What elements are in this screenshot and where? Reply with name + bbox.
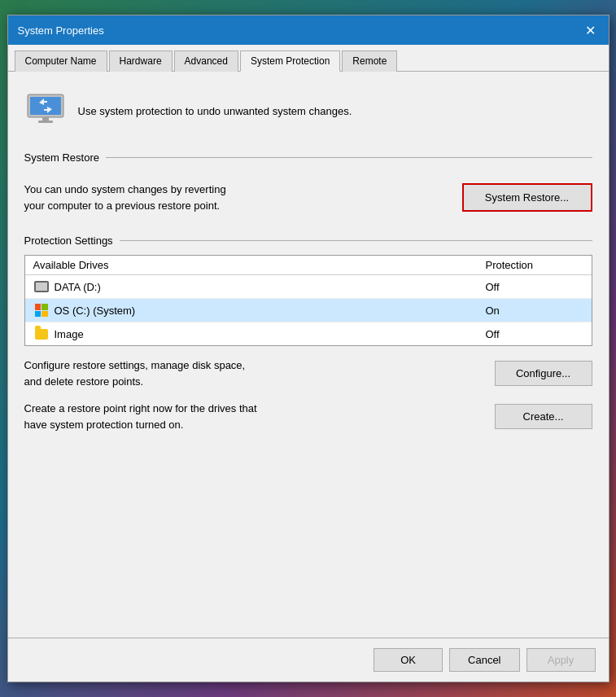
apply-button[interactable]: Apply xyxy=(526,648,596,672)
section-divider xyxy=(106,157,592,158)
tab-computer-name[interactable]: Computer Name xyxy=(15,50,107,72)
computer-icon xyxy=(24,90,67,132)
system-properties-dialog: System Properties ✕ Computer Name Hardwa… xyxy=(7,15,609,682)
drive-row-os-c[interactable]: OS (C:) (System) On xyxy=(25,299,592,322)
drive-row-data-d[interactable]: DATA (D:) Off xyxy=(25,275,592,299)
configure-button[interactable]: Configure... xyxy=(495,361,592,386)
tabs-container: Computer Name Hardware Advanced System P… xyxy=(8,45,609,72)
configure-row: Configure restore settings, manage disk … xyxy=(24,357,592,389)
protection-settings-header: Protection Settings xyxy=(24,235,592,247)
drive-name-data-d: DATA (D:) xyxy=(55,281,486,293)
svg-rect-5 xyxy=(38,121,53,123)
drive-protection-os-c: On xyxy=(486,305,583,317)
ok-button[interactable]: OK xyxy=(374,648,443,672)
folder-icon xyxy=(33,326,50,342)
create-text: Create a restore point right now for the… xyxy=(24,401,482,432)
tab-system-protection[interactable]: System Protection xyxy=(240,50,340,72)
system-restore-button[interactable]: System Restore... xyxy=(462,183,592,212)
system-restore-description: You can undo system changes by reverting… xyxy=(24,182,226,213)
title-bar: System Properties ✕ xyxy=(8,15,609,45)
cancel-button[interactable]: Cancel xyxy=(449,648,519,672)
drive-protection-image: Off xyxy=(486,328,583,340)
tab-advanced[interactable]: Advanced xyxy=(174,50,238,72)
drives-table: Available Drives Protection DATA (D:) Of… xyxy=(24,255,592,346)
col-header-drive: Available Drives xyxy=(33,259,486,271)
drives-table-header: Available Drives Protection xyxy=(25,256,592,275)
drive-name-os-c: OS (C:) (System) xyxy=(55,305,486,317)
drive-row-image[interactable]: Image Off xyxy=(25,322,592,345)
col-header-protection: Protection xyxy=(486,259,583,271)
create-row: Create a restore point right now for the… xyxy=(24,401,592,432)
info-row: Use system protection to undo unwanted s… xyxy=(24,85,592,137)
create-button[interactable]: Create... xyxy=(495,404,592,429)
dialog-footer: OK Cancel Apply xyxy=(8,638,609,682)
protection-section: Protection Settings Available Drives Pro… xyxy=(24,231,592,346)
configure-text: Configure restore settings, manage disk … xyxy=(24,357,482,389)
info-text: Use system protection to undo unwanted s… xyxy=(78,105,352,117)
protection-settings-title: Protection Settings xyxy=(24,235,113,247)
hdd-icon xyxy=(33,278,50,295)
drive-name-image: Image xyxy=(55,328,486,340)
system-restore-header: System Restore xyxy=(24,151,592,164)
close-button[interactable]: ✕ xyxy=(583,22,599,38)
drive-protection-data-d: Off xyxy=(486,281,583,293)
system-restore-title: System Restore xyxy=(24,151,99,164)
tab-remote[interactable]: Remote xyxy=(342,50,397,72)
dialog-title: System Properties xyxy=(18,24,104,37)
windows-icon xyxy=(33,302,50,318)
tab-content: Use system protection to undo unwanted s… xyxy=(8,72,609,638)
section-divider-2 xyxy=(120,240,592,241)
tab-hardware[interactable]: Hardware xyxy=(109,50,173,72)
svg-rect-1 xyxy=(30,97,61,115)
system-restore-row: You can undo system changes by reverting… xyxy=(24,175,592,220)
